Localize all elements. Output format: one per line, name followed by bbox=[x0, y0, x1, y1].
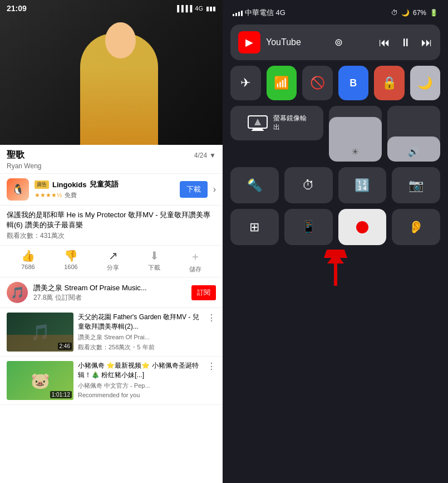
airplane-mode-button[interactable]: ✈ bbox=[230, 66, 261, 100]
save-label: 儲存 bbox=[189, 265, 201, 274]
flashlight-button[interactable]: 🔦 bbox=[230, 167, 279, 203]
video-player[interactable]: 21:09 ▐▐▐▐ 4G ▮▮▮ bbox=[0, 0, 223, 145]
action-bar: 👍 7686 👎 1606 ↗ 分享 ⬇ 下載 ＋ 儲存 bbox=[0, 246, 223, 277]
youtube-icon: ▶ bbox=[245, 36, 253, 48]
airplay-icon[interactable]: ⊚ bbox=[334, 36, 343, 48]
advertisement: 🐧 廣告 Lingokids 兒童英語 ★★★★½ 免費 下載 › bbox=[0, 174, 223, 206]
network-type: 4G bbox=[195, 5, 203, 12]
bottom-controls-row: ⊞ 📱 👂 bbox=[230, 209, 440, 245]
video-duration: 2:46 bbox=[58, 343, 72, 350]
media-widget[interactable]: ▶ YouTube ⊚ ⏮ ⏸ ⏭ bbox=[230, 25, 440, 60]
moon-icon: 🌙 bbox=[401, 9, 410, 17]
airplane-icon: ✈ bbox=[240, 76, 250, 90]
screen-mirror-button[interactable]: 螢幕鏡像輸出 bbox=[230, 106, 323, 140]
prev-track-button[interactable]: ⏮ bbox=[379, 36, 390, 49]
wifi-off-button[interactable]: 🚫 bbox=[302, 66, 333, 100]
video-item-title: 天父的花園 Father's Garden 敬拜MV - 兒童敬拜讚美專輯(2)… bbox=[78, 313, 203, 331]
like-button[interactable]: 👍 7686 bbox=[21, 249, 35, 274]
mirror-sliders-row: 螢幕鏡像輸出 ☀ 🔊 bbox=[230, 106, 440, 162]
video-title: 聖歌 bbox=[7, 149, 24, 161]
download-icon: ⬇ bbox=[150, 249, 159, 262]
ad-app-icon: 🐧 bbox=[7, 178, 29, 201]
calculator-icon: 🔢 bbox=[355, 178, 370, 193]
calculator-button[interactable]: 🔢 bbox=[338, 167, 387, 203]
status-icons: ▐▐▐▐ 4G ▮▮▮ bbox=[175, 5, 216, 12]
clock-icon: ⏱ bbox=[391, 9, 398, 17]
battery-icon: 🔋 bbox=[430, 9, 438, 17]
mirror-label: 螢幕鏡像輸出 bbox=[273, 114, 307, 131]
svg-rect-1 bbox=[253, 128, 263, 130]
media-app-icon: ▶ bbox=[238, 31, 260, 53]
video-more-icon[interactable]: ⋮ bbox=[207, 361, 216, 372]
hearing-button[interactable]: 👂 bbox=[392, 209, 440, 245]
remote-icon: 📱 bbox=[301, 220, 316, 235]
mirror-icon bbox=[247, 112, 269, 134]
video-thumbnail: 🐷 1:01:12 bbox=[7, 361, 73, 400]
volume-slider[interactable]: 🔊 bbox=[387, 106, 440, 162]
media-controls: ⏮ ⏸ ⏭ bbox=[379, 36, 432, 49]
cc-status-bar: 中華電信 4G ⏱ 🌙 67% 🔋 bbox=[230, 8, 440, 18]
battery-percentage: 67% bbox=[413, 9, 426, 17]
next-track-button[interactable]: ⏭ bbox=[421, 36, 432, 49]
network-indicator: ▐▐▐▐ bbox=[175, 5, 192, 12]
video-item-title: 小豬佩奇 ⭐最新视频⭐ 小豬佩奇圣诞特辑！🎄 粉红豬小妹[...] bbox=[78, 361, 203, 380]
thumbs-down-icon: 👎 bbox=[64, 249, 78, 262]
qr-scanner-button[interactable]: ⊞ bbox=[230, 209, 279, 245]
remote-button[interactable]: 📱 bbox=[284, 209, 333, 245]
record-dot-icon bbox=[356, 221, 368, 233]
moon-button-icon: 🌙 bbox=[417, 76, 432, 90]
orientation-lock-button[interactable]: 🔒 bbox=[374, 66, 405, 100]
wifi-button[interactable]: 📶 bbox=[267, 66, 297, 100]
like-count: 7686 bbox=[21, 264, 35, 270]
play-pause-button[interactable]: ⏸ bbox=[400, 36, 411, 49]
video-info: 聖歌 4/24 ▼ Ryan Weng bbox=[0, 145, 223, 174]
thumbs-up-icon: 👍 bbox=[21, 249, 35, 262]
video-more-icon[interactable]: ⋮ bbox=[207, 313, 216, 323]
bluetooth-icon: B bbox=[349, 77, 357, 89]
ad-expand-icon[interactable]: › bbox=[213, 184, 216, 194]
timer-button[interactable]: ⏱ bbox=[284, 167, 333, 203]
youtube-app-panel: 21:09 ▐▐▐▐ 4G ▮▮▮ 聖歌 4/24 ▼ Ryan Weng 🐧 … bbox=[0, 0, 223, 483]
svg-rect-2 bbox=[252, 130, 264, 131]
subscribe-button[interactable]: 訂閱 bbox=[191, 285, 216, 300]
download-action-button[interactable]: ⬇ 下載 bbox=[148, 249, 160, 274]
lock-rotation-icon: 🔒 bbox=[382, 76, 397, 90]
status-bar: 21:09 ▐▐▐▐ 4G ▮▮▮ bbox=[0, 0, 223, 17]
hearing-icon: 👂 bbox=[408, 220, 424, 235]
expand-icon[interactable]: ▼ bbox=[209, 152, 216, 159]
camera-button[interactable]: 📷 bbox=[392, 167, 440, 203]
video-duration: 1:01:12 bbox=[50, 391, 72, 398]
qr-icon: ⊞ bbox=[249, 220, 259, 235]
timer-icon: ⏱ bbox=[302, 178, 314, 193]
ad-app-name: Lingokids bbox=[52, 180, 86, 189]
video-item-channel: 讚美之泉 Stream Of Prai... bbox=[78, 333, 203, 341]
channel-subscribers: 27.8萬 位訂閱者 bbox=[33, 293, 186, 303]
save-button[interactable]: ＋ 儲存 bbox=[189, 249, 201, 274]
do-not-disturb-button[interactable]: 🌙 bbox=[410, 66, 441, 100]
svg-marker-6 bbox=[327, 252, 344, 264]
flashlight-icon: 🔦 bbox=[247, 178, 262, 193]
wifi-slash-icon: 🚫 bbox=[310, 76, 325, 90]
video-channel: Ryan Weng bbox=[7, 162, 216, 170]
bluetooth-button[interactable]: B bbox=[338, 66, 369, 100]
cc-signal: 中華電信 4G bbox=[233, 8, 285, 18]
camera-icon: 📷 bbox=[408, 178, 424, 193]
control-center-panel: 中華電信 4G ⏱ 🌙 67% 🔋 ▶ YouTube ⊚ ⏮ ⏸ ⏭ ✈ 📶 bbox=[223, 0, 448, 483]
brightness-icon: ☀ bbox=[351, 147, 359, 157]
share-button[interactable]: ↗ 分享 bbox=[107, 249, 119, 274]
video-counter: 4/24 bbox=[194, 152, 207, 159]
dislike-button[interactable]: 👎 1606 bbox=[64, 249, 78, 274]
current-video-description: 保護我的是耶和華 He is My Protector 敬拜MV - 兒童敬拜讚… bbox=[0, 206, 223, 246]
share-label: 分享 bbox=[107, 264, 119, 272]
video-thumbnail: 🎵 2:46 bbox=[7, 313, 73, 352]
screen-record-button[interactable] bbox=[338, 209, 387, 245]
list-item[interactable]: 🎵 2:46 天父的花園 Father's Garden 敬拜MV - 兒童敬拜… bbox=[0, 308, 223, 357]
brightness-slider[interactable]: ☀ bbox=[329, 106, 382, 162]
video-item-channel: 小豬佩奇 中文官方 - Pep... bbox=[78, 382, 203, 390]
svg-marker-3 bbox=[254, 119, 261, 125]
download-button[interactable]: 下載 bbox=[180, 181, 208, 198]
wifi-icon: 📶 bbox=[274, 76, 289, 90]
cc-right-status: ⏱ 🌙 67% 🔋 bbox=[391, 9, 438, 17]
battery-indicator: ▮▮▮ bbox=[206, 5, 216, 12]
list-item[interactable]: 🐷 1:01:12 小豬佩奇 ⭐最新视频⭐ 小豬佩奇圣诞特辑！🎄 粉红豬小妹[.… bbox=[0, 357, 223, 405]
